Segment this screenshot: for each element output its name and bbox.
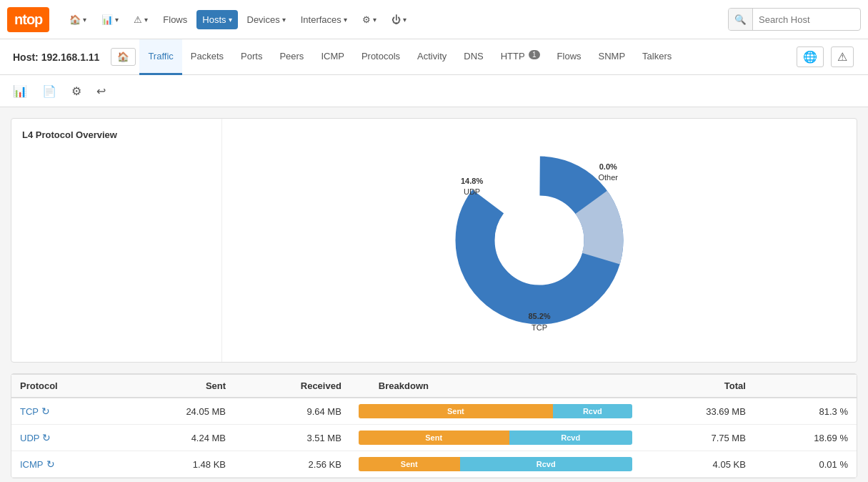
nav-hosts-btn[interactable]: Hosts ▾ (196, 10, 237, 29)
donut-center (495, 196, 584, 285)
hosts-label: Hosts (202, 14, 226, 25)
main-content: L4 Protocol Overview (0, 107, 868, 482)
settings-caret: ▾ (373, 16, 376, 24)
tab-icmp[interactable]: ICMP (312, 39, 353, 75)
breakdown-bar: Sent Rcvd (359, 457, 632, 471)
home-caret: ▾ (83, 16, 86, 24)
devices-caret: ▾ (282, 16, 286, 24)
tab-protocols[interactable]: Protocols (353, 39, 409, 75)
refresh-icon: ↻ (41, 405, 50, 417)
globe-btn[interactable]: 🌐 (797, 46, 824, 67)
bar-sent: Sent (359, 457, 460, 471)
toolbar-settings-btn[interactable]: ⚙ (66, 81, 87, 102)
protocol-name: UDP (20, 433, 39, 443)
devices-label: Devices (247, 14, 280, 25)
toolbar-doc-btn[interactable]: 📄 (36, 81, 62, 102)
toolbar: 📊 📄 ⚙ ↩ (0, 75, 868, 107)
nav-flows-btn[interactable]: Flows (157, 10, 193, 29)
protocol-cell: ICMP ↻ (11, 451, 121, 478)
nav-settings-btn[interactable]: ⚙ ▾ (356, 10, 382, 29)
col-protocol: Protocol (11, 375, 121, 398)
tab-activity[interactable]: Activity (409, 39, 455, 75)
breakdown-cell: Sent Rcvd (350, 398, 641, 425)
hosts-caret: ▾ (229, 16, 232, 24)
flows-label: Flows (163, 14, 187, 25)
breakdown-cell: Sent Rcvd (350, 451, 641, 478)
nav-power-btn[interactable]: ⏻ ▾ (386, 10, 412, 29)
nav-devices-btn[interactable]: Devices ▾ (241, 10, 291, 29)
search-input[interactable] (753, 14, 860, 25)
col-sent: Sent (121, 375, 234, 398)
toolbar-chart-btn[interactable]: 📊 (7, 81, 33, 102)
dashboard-caret: ▾ (115, 16, 119, 24)
col-breakdown: Breakdown (350, 375, 641, 398)
tab-snmp[interactable]: SNMP (590, 39, 634, 75)
sent-cell: 4.24 MB (121, 425, 234, 451)
tcp-label: 85.2% TCP (528, 311, 550, 333)
toolbar-back-btn[interactable]: ↩ (91, 81, 111, 102)
tab-http[interactable]: HTTP 1 (492, 39, 549, 75)
col-received: Received (234, 375, 350, 398)
doc-icon: 📄 (42, 85, 56, 97)
received-cell: 9.64 MB (234, 398, 350, 425)
total-pct-cell: 81.3 % (754, 398, 857, 425)
table-header-row: Protocol Sent Received Breakdown Total (11, 375, 857, 398)
tab-packets[interactable]: Packets (182, 39, 232, 75)
host-home-button[interactable]: 🏠 (111, 48, 136, 66)
search-icon-btn[interactable]: 🔍 (729, 9, 753, 30)
nav-interfaces-btn[interactable]: Interfaces ▾ (295, 10, 353, 29)
tab-traffic[interactable]: Traffic (139, 39, 181, 75)
nav-dashboard-btn[interactable]: 📊 ▾ (96, 10, 124, 29)
host-label: Host: 192.168.1.11 (7, 51, 105, 63)
protocol-link[interactable]: UDP ↻ (20, 432, 112, 443)
app-logo: ntop (7, 7, 49, 32)
table-row: ICMP ↻ 1.48 KB 2.56 KB Sent Rcvd 4.05 KB… (11, 451, 857, 478)
bar-rcvd: Rcvd (509, 431, 632, 445)
alert-host-btn[interactable]: ⚠ (831, 46, 854, 67)
protocol-name: TCP (20, 406, 39, 417)
protocol-link[interactable]: TCP ↻ (20, 405, 112, 417)
col-total: Total (641, 375, 754, 398)
tab-peers[interactable]: Peers (271, 39, 312, 75)
gear-icon: ⚙ (71, 85, 81, 97)
nav-home-btn[interactable]: 🏠 ▾ (64, 10, 92, 29)
protocol-link[interactable]: ICMP ↻ (20, 458, 112, 470)
bar-rcvd: Rcvd (553, 404, 632, 418)
breakdown-bar: Sent Rcvd (359, 431, 632, 445)
col-total-pct (754, 375, 857, 398)
l4-protocol-card: L4 Protocol Overview (11, 118, 857, 363)
bar-rcvd: Rcvd (460, 457, 632, 471)
breakdown-cell: Sent Rcvd (350, 425, 641, 451)
l4-title-col: L4 Protocol Overview (11, 119, 222, 362)
interfaces-caret: ▾ (344, 16, 347, 24)
protocol-table: Protocol Sent Received Breakdown Total T… (11, 374, 857, 478)
nav-alerts-btn[interactable]: ⚠ ▾ (128, 10, 154, 29)
table-row: TCP ↻ 24.05 MB 9.64 MB Sent Rcvd 33.69 M… (11, 398, 857, 425)
refresh-icon: ↻ (46, 458, 55, 470)
tab-talkers[interactable]: Talkers (634, 39, 680, 75)
tab-dns[interactable]: DNS (455, 39, 492, 75)
refresh-icon: ↻ (42, 432, 51, 443)
total-cell: 4.05 KB (641, 451, 754, 478)
l4-title: L4 Protocol Overview (22, 129, 117, 140)
other-label: 0.0% Other (598, 162, 618, 184)
alert-icon: ⚠ (134, 14, 142, 25)
received-cell: 3.51 MB (234, 425, 350, 451)
dashboard-icon: 📊 (101, 14, 113, 25)
search-box: 🔍 (728, 8, 861, 31)
tab-ports[interactable]: Ports (232, 39, 271, 75)
home-icon: 🏠 (69, 14, 81, 25)
table-row: UDP ↻ 4.24 MB 3.51 MB Sent Rcvd 7.75 MB … (11, 425, 857, 451)
host-header: Host: 192.168.1.11 🏠 Traffic Packets Por… (0, 39, 868, 75)
tab-flows[interactable]: Flows (549, 39, 590, 75)
top-navbar: ntop 🏠 ▾ 📊 ▾ ⚠ ▾ Flows Hosts ▾ Devices ▾… (0, 0, 868, 39)
protocol-cell: TCP ↻ (11, 398, 121, 425)
sent-cell: 1.48 KB (121, 451, 234, 478)
protocol-cell: UDP ↻ (11, 425, 121, 451)
donut-chart: 85.2% TCP 14.8% UDP 0.0% Other (432, 133, 647, 348)
total-cell: 33.69 MB (641, 398, 754, 425)
interfaces-label: Interfaces (301, 14, 341, 25)
settings-icon: ⚙ (362, 14, 371, 25)
alerts-caret: ▾ (144, 16, 148, 24)
udp-label: 14.8% UDP (461, 176, 483, 198)
